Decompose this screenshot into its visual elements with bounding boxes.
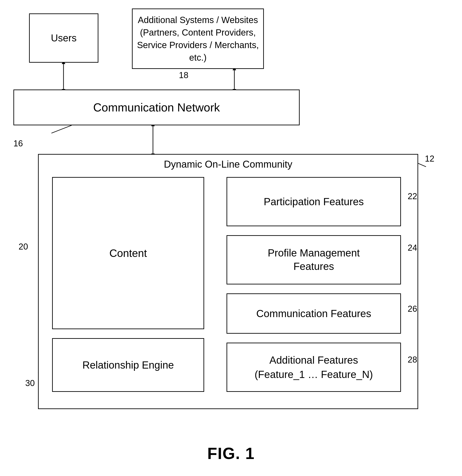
profile-mgmt-box: Profile ManagementFeatures xyxy=(227,235,401,284)
ref-label-12: 12 xyxy=(425,154,434,164)
comm-network-label: Communication Network xyxy=(93,101,220,114)
comm-features-box: Communication Features xyxy=(227,293,401,334)
comm-network-box: Communication Network xyxy=(13,90,300,125)
ref-label-26: 26 xyxy=(408,304,417,314)
comm-features-label: Communication Features xyxy=(256,307,371,320)
community-title: Dynamic On-Line Community xyxy=(39,159,418,170)
svg-line-9 xyxy=(51,125,72,133)
rel-engine-box: Relationship Engine xyxy=(52,338,204,392)
add-features-box: Additional Features(Feature_1 … Feature_… xyxy=(227,343,401,392)
ref-label-20: 20 xyxy=(18,242,28,252)
ref-label-16: 16 xyxy=(13,139,23,148)
ref-label-18: 18 xyxy=(179,70,188,80)
svg-line-10 xyxy=(418,163,426,167)
users-label: Users xyxy=(51,33,77,44)
users-box: Users xyxy=(29,13,98,63)
add-features-label: Additional Features(Feature_1 … Feature_… xyxy=(255,353,373,382)
participation-label: Participation Features xyxy=(264,196,364,208)
rel-engine-label: Relationship Engine xyxy=(82,359,174,371)
figure-caption: FIG. 1 xyxy=(0,444,462,463)
ref-label-30: 30 xyxy=(25,378,35,388)
participation-box: Participation Features xyxy=(227,177,401,226)
additional-systems-label: Additional Systems / Websites(Partners, … xyxy=(137,14,259,64)
profile-label: Profile ManagementFeatures xyxy=(268,246,360,273)
ref-label-24: 24 xyxy=(408,243,417,253)
additional-systems-box: Additional Systems / Websites(Partners, … xyxy=(132,8,264,69)
ref-label-28: 28 xyxy=(408,355,417,365)
diagram: Users Additional Systems / Websites(Part… xyxy=(0,0,462,476)
content-box: Content xyxy=(52,177,204,329)
community-box: Dynamic On-Line Community 20 Content Rel… xyxy=(38,154,418,409)
content-label: Content xyxy=(109,247,147,259)
ref-label-22: 22 xyxy=(408,192,417,201)
